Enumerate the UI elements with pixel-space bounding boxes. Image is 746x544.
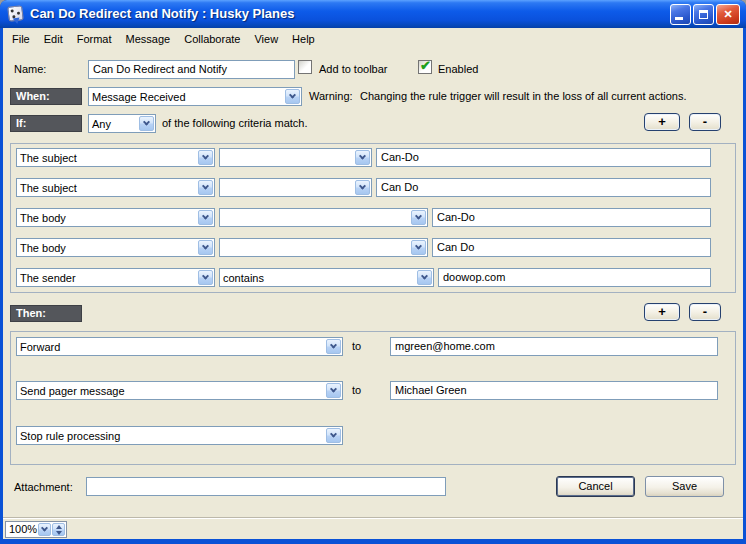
criterion-field-select[interactable]: The body (16, 208, 215, 227)
action-connector-label: to (352, 340, 361, 352)
action-value: Stop rule processing (17, 430, 325, 442)
dropdown-button[interactable] (411, 210, 426, 225)
menu-file[interactable]: File (5, 30, 37, 48)
chevron-down-icon (330, 386, 337, 393)
action-value: Forward (17, 341, 325, 353)
criterion-value-input[interactable]: doowop.com (438, 268, 711, 287)
spinner-up-icon (56, 525, 62, 529)
criterion-operator-select[interactable]: contains (219, 268, 434, 287)
dropdown-button[interactable] (355, 180, 370, 195)
chevron-down-icon (202, 153, 209, 160)
criterion-value-input[interactable]: Can-Do (432, 208, 711, 227)
dropdown-button[interactable] (326, 428, 341, 443)
add-criterion-button[interactable]: + (644, 113, 680, 131)
then-section-label: Then: (10, 305, 82, 322)
save-button[interactable]: Save (645, 476, 724, 497)
maximize-button[interactable] (693, 4, 714, 25)
chevron-down-icon (202, 213, 209, 220)
title-bar[interactable]: Can Do Redirect and Notify : Husky Plane… (0, 0, 746, 28)
menu-collaborate[interactable]: Collaborate (177, 30, 247, 48)
dropdown-button[interactable] (198, 180, 213, 195)
criterion-operator-select[interactable] (219, 178, 372, 197)
dropdown-button[interactable] (198, 240, 213, 255)
dropdown-button[interactable] (417, 270, 432, 285)
criterion-value-input[interactable]: Can-Do (376, 148, 711, 167)
action-target-input[interactable]: mgreen@home.com (390, 337, 718, 356)
remove-criterion-button[interactable]: - (689, 113, 721, 131)
close-button[interactable]: ✕ (716, 4, 740, 25)
criterion-operator-select[interactable] (219, 238, 428, 257)
criterion-field-value: The body (17, 212, 197, 224)
when-trigger-select[interactable]: Message Received (88, 87, 302, 106)
criterion-value-input[interactable]: Can Do (376, 178, 711, 197)
criterion-field-value: The body (17, 242, 197, 254)
menu-edit[interactable]: Edit (37, 30, 70, 48)
criterion-operator-value: contains (220, 272, 416, 284)
criterion-field-value: The sender (17, 272, 197, 284)
add-action-button[interactable]: + (644, 303, 680, 321)
menu-format[interactable]: Format (70, 30, 119, 48)
add-to-toolbar-checkbox[interactable] (298, 60, 312, 74)
action-select[interactable]: Stop rule processing (16, 426, 343, 445)
chevron-down-icon (330, 342, 337, 349)
remove-action-button[interactable]: - (689, 303, 721, 321)
chevron-down-icon (359, 153, 366, 160)
if-section-label: If: (10, 115, 82, 132)
dropdown-button[interactable] (198, 150, 213, 165)
criterion-operator-select[interactable] (219, 148, 372, 167)
criterion-field-select[interactable]: The body (16, 238, 215, 257)
app-icon (7, 5, 24, 22)
enabled-label: Enabled (438, 63, 478, 75)
action-target-input[interactable]: Michael Green (390, 381, 718, 400)
chevron-down-icon (202, 183, 209, 190)
add-to-toolbar-label: Add to toolbar (319, 63, 388, 75)
action-select[interactable]: Send pager message (16, 381, 343, 400)
maximize-icon (699, 10, 708, 19)
criterion-operator-select[interactable] (219, 208, 428, 227)
chevron-down-icon (421, 273, 428, 280)
dropdown-button[interactable] (326, 383, 341, 398)
criterion-field-select[interactable]: The subject (16, 178, 215, 197)
criterion-field-value: The subject (17, 182, 197, 194)
chevron-down-icon (330, 431, 337, 438)
minimize-button[interactable] (670, 4, 691, 25)
zoom-control[interactable]: 100% (5, 521, 67, 538)
dropdown-button[interactable] (198, 270, 213, 285)
attachment-input[interactable] (86, 477, 446, 496)
dropdown-button[interactable] (198, 210, 213, 225)
cancel-button[interactable]: Cancel (556, 476, 635, 497)
menu-help[interactable]: Help (285, 30, 322, 48)
if-match-select[interactable]: Any (88, 114, 156, 133)
menu-message[interactable]: Message (119, 30, 178, 48)
action-select[interactable]: Forward (16, 337, 343, 356)
when-trigger-value: Message Received (89, 91, 284, 103)
chevron-down-icon (289, 92, 296, 99)
rule-editor-window: Can Do Redirect and Notify : Husky Plane… (0, 0, 746, 544)
close-icon: ✕ (723, 9, 732, 20)
criterion-field-select[interactable]: The subject (16, 148, 215, 167)
chevron-down-icon (202, 243, 209, 250)
attachment-label: Attachment: (14, 481, 73, 493)
dropdown-button[interactable] (411, 240, 426, 255)
if-match-value: Any (89, 118, 138, 130)
action-connector-label: to (352, 384, 361, 396)
action-value: Send pager message (17, 385, 325, 397)
chevron-down-icon (415, 213, 422, 220)
dropdown-button[interactable] (139, 116, 154, 131)
zoom-dropdown-button[interactable] (38, 523, 51, 536)
enabled-checkbox[interactable]: ✔ (418, 60, 432, 74)
chevron-down-icon (359, 183, 366, 190)
menu-view[interactable]: View (247, 30, 285, 48)
zoom-spinner[interactable] (52, 523, 65, 536)
criterion-field-value: The subject (17, 152, 197, 164)
dropdown-button[interactable] (355, 150, 370, 165)
minimize-icon (675, 17, 683, 20)
name-label: Name: (14, 63, 46, 75)
criterion-field-select[interactable]: The sender (16, 268, 215, 287)
criterion-value-input[interactable]: Can Do (432, 238, 711, 257)
warning-label: Warning: (309, 90, 353, 102)
dropdown-button[interactable] (285, 89, 300, 104)
dropdown-button[interactable] (326, 339, 341, 354)
name-input[interactable]: Can Do Redirect and Notify (88, 60, 295, 79)
when-section-label: When: (10, 88, 82, 105)
